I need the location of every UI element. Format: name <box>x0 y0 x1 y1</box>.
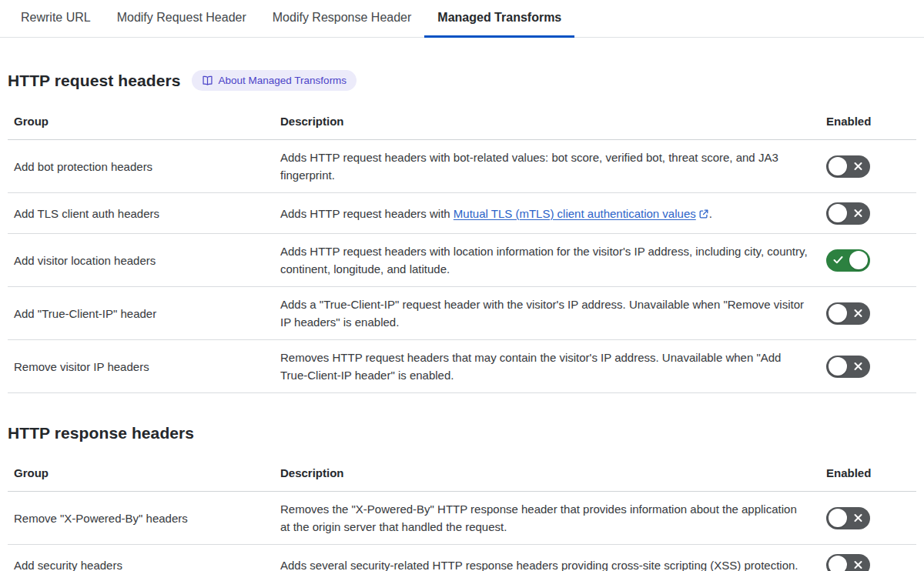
toggle-knob <box>829 304 847 322</box>
toggle-add-bot-protection-headers[interactable] <box>826 155 870 178</box>
toggle-knob <box>829 204 847 222</box>
description-cell: Adds HTTP request headers with bot-relat… <box>280 140 826 192</box>
description-cell: Adds several security-related HTTP respo… <box>280 548 826 571</box>
x-icon <box>854 162 862 171</box>
response-headers-title: HTTP response headers <box>8 424 194 442</box>
request-headers-section-header: HTTP request headers About Managed Trans… <box>8 70 916 91</box>
table-header-row: Group Description Enabled <box>8 103 916 140</box>
x-icon <box>854 561 862 569</box>
description-text: . <box>709 207 712 220</box>
table-row: Add security headers Adds several securi… <box>8 545 916 571</box>
toggle-knob <box>829 157 847 175</box>
description-cell: Removes the "X-Powered-By" HTTP response… <box>280 492 826 544</box>
response-headers-table: Group Description Enabled Remove "X-Powe… <box>8 455 916 571</box>
column-header-description: Description <box>280 456 826 490</box>
toggle-knob <box>829 357 847 376</box>
x-icon <box>854 309 862 318</box>
transform-rules-tabbar: Rewrite URL Modify Request Header Modify… <box>0 0 924 38</box>
about-managed-transforms-badge[interactable]: About Managed Transforms <box>192 70 357 91</box>
group-cell: Add security headers <box>8 547 280 571</box>
column-header-group: Group <box>8 455 280 491</box>
response-headers-section-header: HTTP response headers <box>8 424 916 442</box>
group-cell: Add bot protection headers <box>8 149 280 185</box>
description-text: Adds HTTP request headers with <box>280 207 454 220</box>
book-icon <box>202 75 213 86</box>
tab-managed-transforms[interactable]: Managed Transforms <box>424 0 574 38</box>
x-icon <box>854 362 862 371</box>
mtls-docs-link[interactable]: Mutual TLS (mTLS) client authentication … <box>454 207 709 220</box>
description-cell: Adds a "True-Client-IP" request header w… <box>280 287 826 339</box>
toggle-add-security-headers[interactable] <box>826 554 870 571</box>
group-cell: Remove "X-Powered-By" headers <box>8 500 280 536</box>
description-cell: Removes HTTP request headers that may co… <box>280 340 826 392</box>
external-link-icon <box>698 209 709 219</box>
description-cell: Adds HTTP request headers with Mutual TL… <box>280 196 826 231</box>
group-cell: Add visitor location headers <box>8 242 280 279</box>
table-row: Add "True-Client-IP" header Adds a "True… <box>8 287 916 340</box>
request-headers-table: Group Description Enabled Add bot protec… <box>8 103 916 393</box>
tab-rewrite-url[interactable]: Rewrite URL <box>8 0 104 38</box>
tab-modify-response-header[interactable]: Modify Response Header <box>259 0 425 38</box>
column-header-group: Group <box>8 103 280 139</box>
column-header-enabled: Enabled <box>826 456 916 489</box>
about-badge-label: About Managed Transforms <box>219 75 347 86</box>
toggle-add-true-client-ip-header[interactable] <box>826 302 870 325</box>
table-header-row: Group Description Enabled <box>8 455 916 492</box>
request-headers-title: HTTP request headers <box>8 72 181 90</box>
table-row: Add visitor location headers Adds HTTP r… <box>8 234 916 287</box>
table-row: Add bot protection headers Adds HTTP req… <box>8 140 916 193</box>
toggle-remove-x-powered-by-headers[interactable] <box>826 507 870 529</box>
x-icon <box>854 514 862 523</box>
table-row: Add TLS client auth headers Adds HTTP re… <box>8 193 916 234</box>
toggle-knob <box>829 556 847 571</box>
tab-modify-request-header[interactable]: Modify Request Header <box>104 0 259 38</box>
group-cell: Add "True-Client-IP" header <box>8 296 280 332</box>
table-row: Remove visitor IP headers Removes HTTP r… <box>8 340 916 393</box>
table-row: Remove "X-Powered-By" headers Removes th… <box>8 492 916 545</box>
check-icon <box>833 256 843 265</box>
toggle-add-tls-client-auth-headers[interactable] <box>826 202 870 225</box>
toggle-remove-visitor-ip-headers[interactable] <box>826 356 870 378</box>
column-header-enabled: Enabled <box>826 105 916 138</box>
x-icon <box>854 209 862 218</box>
column-header-description: Description <box>280 104 826 139</box>
toggle-add-visitor-location-headers[interactable] <box>826 249 870 272</box>
toggle-knob <box>849 251 868 269</box>
description-cell: Adds HTTP request headers with location … <box>280 234 826 286</box>
group-cell: Remove visitor IP headers <box>8 349 280 385</box>
managed-transforms-panel: HTTP request headers About Managed Trans… <box>0 70 924 571</box>
group-cell: Add TLS client auth headers <box>8 195 280 232</box>
toggle-knob <box>829 509 847 527</box>
